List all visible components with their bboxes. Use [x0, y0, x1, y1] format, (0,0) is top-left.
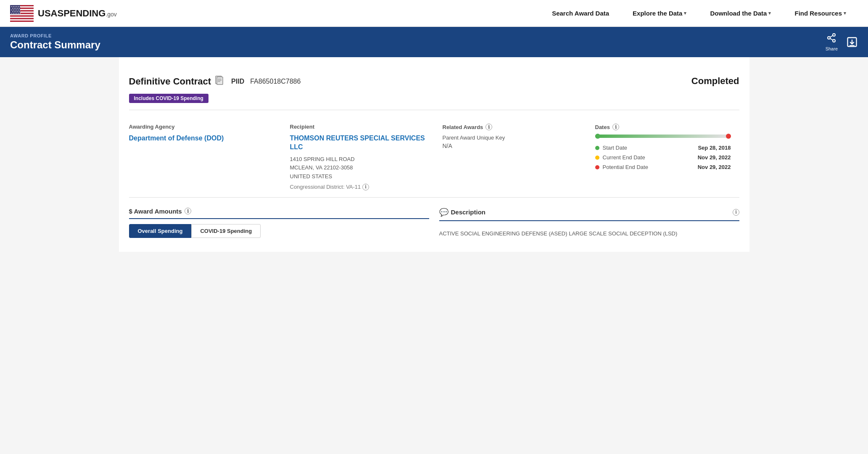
contract-status: Completed	[691, 76, 739, 87]
award-amounts-section: $ Award Amounts ℹ Overall Spending COVID…	[129, 208, 429, 242]
recipient-link[interactable]: THOMSON REUTERS SPECIAL SERVICES LLC	[290, 134, 426, 152]
parent-award-label: Parent Award Unique Key	[443, 135, 578, 141]
svg-point-20	[828, 37, 830, 39]
svg-rect-11	[10, 19, 34, 20]
header-divider	[129, 110, 739, 110]
agency-link[interactable]: Department of Defense (DOD)	[129, 135, 224, 142]
start-date-name: Start Date	[595, 145, 628, 151]
date-bar-end-dot	[726, 134, 731, 139]
svg-text:★★★★★★: ★★★★★★	[11, 12, 21, 14]
contract-type: Definitive Contract	[129, 76, 211, 87]
award-banner: AWARD PROFILE Contract Summary Share	[0, 27, 868, 57]
nav-download-data[interactable]: Download the Data ▾	[698, 0, 783, 27]
award-amounts-header: $ Award Amounts ℹ	[129, 208, 429, 219]
description-header: 💬 Description ℹ	[439, 208, 739, 221]
svg-rect-10	[10, 18, 34, 19]
potential-end-date-name: Potential End Date	[595, 164, 648, 170]
start-date-value: Sep 28, 2018	[698, 145, 731, 151]
award-profile-label: AWARD PROFILE	[10, 33, 100, 38]
share-icon	[826, 33, 836, 45]
usa-flag-icon: ★★★★★★ ★★★★★ ★★★★★★ ★★★★★ ★★★★★★	[10, 5, 34, 22]
dates-info-icon[interactable]: ℹ	[612, 124, 619, 130]
address-line2: MCLEAN, VA 22102-3058	[290, 164, 426, 172]
download-icon	[846, 36, 858, 48]
contract-header: Definitive Contract PIID FA865018C7886 I…	[129, 76, 739, 103]
congressional-text: Congressional District: VA-11	[290, 184, 361, 190]
nav-find-resources[interactable]: Find Resources ▾	[783, 0, 858, 27]
start-dot	[595, 146, 599, 150]
nav-explore-data[interactable]: Explore the Data ▾	[621, 0, 698, 27]
award-amounts-title: $ Award Amounts ℹ	[129, 208, 191, 215]
banner-title: Contract Summary	[10, 39, 100, 51]
current-end-date-row: Current End Date Nov 29, 2022	[595, 154, 731, 161]
info-grid: Awarding Agency Department of Defense (D…	[129, 117, 739, 197]
status-label: Completed	[691, 76, 739, 86]
address-line3: UNITED STATES	[290, 172, 426, 181]
start-date-row: Start Date Sep 28, 2018	[595, 145, 731, 151]
main-content: Definitive Contract PIID FA865018C7886 I…	[119, 57, 749, 252]
top-navigation: ★★★★★★ ★★★★★ ★★★★★★ ★★★★★ ★★★★★★ USASPEN…	[0, 0, 868, 27]
awarding-agency-section: Awarding Agency Department of Defense (D…	[129, 124, 282, 190]
svg-rect-9	[10, 16, 34, 18]
award-amounts-info-icon[interactable]: ℹ	[185, 208, 191, 214]
potential-end-date-value: Nov 29, 2022	[698, 164, 731, 170]
svg-point-19	[833, 34, 835, 36]
covid-spending-tab[interactable]: COVID-19 Spending	[191, 224, 261, 238]
recipient-section: Recipient THOMSON REUTERS SPECIAL SERVIC…	[282, 124, 434, 190]
svg-line-22	[830, 39, 833, 40]
share-label: Share	[826, 46, 838, 51]
description-icon: 💬	[439, 208, 449, 217]
recipient-label: Recipient	[290, 124, 426, 130]
related-awards-section: Related Awards ℹ Parent Award Unique Key…	[434, 124, 587, 190]
nav-links: Search Award Data Explore the Data ▾ Dow…	[540, 0, 858, 26]
awarding-agency-label: Awarding Agency	[129, 124, 273, 130]
recipient-address: 1410 SPRING HILL ROAD MCLEAN, VA 22102-3…	[290, 155, 426, 181]
svg-rect-12	[10, 20, 34, 21]
potential-end-dot	[595, 165, 599, 169]
svg-line-23	[830, 36, 833, 37]
document-icon	[215, 76, 224, 87]
congressional-info-icon[interactable]: ℹ	[362, 184, 369, 190]
svg-rect-8	[10, 15, 34, 16]
share-button[interactable]: Share	[826, 33, 838, 51]
find-chevron-icon: ▾	[844, 11, 846, 16]
bottom-grid: $ Award Amounts ℹ Overall Spending COVID…	[129, 197, 739, 252]
current-end-date-value: Nov 29, 2022	[698, 154, 731, 161]
description-text: ACTIVE SOCIAL ENGINEERING DEFENSE (ASED)…	[439, 226, 739, 242]
overall-spending-tab[interactable]: Overall Spending	[129, 224, 192, 238]
spending-tabs: Overall Spending COVID-19 Spending	[129, 224, 429, 238]
logo-area[interactable]: ★★★★★★ ★★★★★ ★★★★★★ ★★★★★ ★★★★★★ USASPEN…	[10, 5, 117, 22]
covid-badge[interactable]: Includes COVID-19 Spending	[129, 94, 208, 103]
explore-chevron-icon: ▾	[684, 11, 686, 16]
download-button[interactable]	[846, 36, 858, 48]
potential-end-date-row: Potential End Date Nov 29, 2022	[595, 164, 731, 170]
parent-award-value: N/A	[443, 143, 578, 149]
svg-rect-7	[10, 14, 34, 15]
date-rows: Start Date Sep 28, 2018 Current End Date…	[595, 145, 731, 170]
congressional-district: Congressional District: VA-11 ℹ	[290, 184, 426, 190]
svg-rect-28	[217, 77, 223, 84]
current-end-date-name: Current End Date	[595, 154, 645, 161]
date-bar-fill	[595, 135, 726, 138]
related-awards-label: Related Awards ℹ	[443, 124, 578, 130]
piid-value: FA865018C7886	[250, 78, 301, 85]
piid-label: PIID	[231, 78, 244, 85]
description-title: 💬 Description	[439, 208, 486, 217]
svg-point-21	[833, 40, 835, 42]
banner-actions: Share	[826, 33, 858, 51]
related-awards-info-icon[interactable]: ℹ	[485, 124, 492, 130]
banner-left: AWARD PROFILE Contract Summary	[10, 33, 100, 51]
contract-title-area: Definitive Contract PIID FA865018C7886 I…	[129, 76, 301, 103]
current-end-dot	[595, 156, 599, 160]
address-line1: 1410 SPRING HILL ROAD	[290, 155, 426, 164]
dates-section: Dates ℹ Start Date Sep 28, 2018	[587, 124, 739, 190]
date-progress-bar	[595, 135, 731, 138]
nav-search-award-data[interactable]: Search Award Data	[540, 0, 621, 27]
dates-label: Dates ℹ	[595, 124, 731, 130]
description-section: 💬 Description ℹ ACTIVE SOCIAL ENGINEERIN…	[439, 208, 739, 242]
download-chevron-icon: ▾	[768, 11, 771, 16]
description-info-icon[interactable]: ℹ	[733, 209, 739, 216]
logo-text: USASPENDING.gov	[38, 8, 117, 19]
